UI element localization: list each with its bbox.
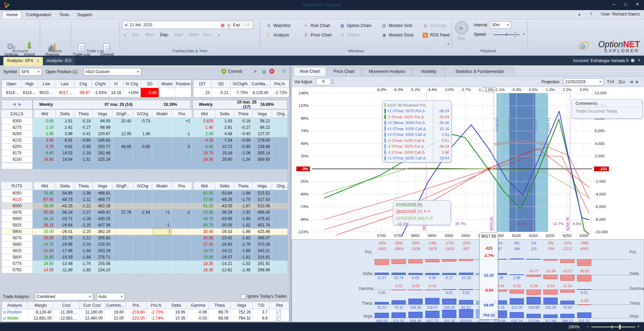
chain-cell[interactable]: 14.80 [34, 156, 56, 163]
quote-value-dit[interactable]: 23 [193, 88, 212, 97]
chain-cell[interactable] [172, 254, 192, 261]
quote-value-model[interactable] [159, 88, 175, 97]
live-label[interactable]: LIVE [242, 23, 251, 27]
chain-cell[interactable]: 316.81 [252, 254, 272, 261]
strike-cell[interactable]: 5925 [1, 222, 33, 229]
ta-cell-pnl[interactable]: -219.60 [126, 309, 147, 315]
chain-cell[interactable]: 369.93 [252, 156, 272, 163]
chain-cell[interactable]: 329.32 [93, 241, 112, 248]
strike-cell[interactable]: 6200 [1, 144, 33, 150]
chain-cell[interactable] [172, 222, 192, 229]
chain-cell[interactable] [152, 197, 172, 203]
chain-cell[interactable] [112, 235, 133, 241]
chain-cell[interactable]: -1.66 [234, 190, 252, 197]
chain-cell[interactable] [172, 124, 192, 131]
menu-tab-support[interactable]: Support [73, 11, 96, 19]
strike-cell[interactable]: 5875 [1, 235, 33, 241]
chain-cell[interactable]: 16.30 [194, 267, 215, 273]
chain-cell[interactable] [272, 216, 289, 222]
chain-cell[interactable] [112, 156, 133, 163]
chain-cell[interactable]: 4.15 [194, 137, 215, 144]
chain-cell[interactable]: -1.69 [234, 248, 252, 254]
menu-tab-configuration[interactable]: Configuration [22, 11, 55, 19]
window-button-price-chart[interactable]: ⫼Price Chart [303, 31, 332, 39]
ta-cell-commis[interactable]: 21.00 [105, 315, 126, 321]
chain-cell[interactable]: -0.41 [75, 131, 93, 137]
chain-cell[interactable]: -18.22 [215, 248, 234, 254]
chain-cell[interactable]: -0.60 [75, 137, 93, 144]
chain-cell[interactable]: -1.87 [234, 203, 252, 209]
chain-cell[interactable]: -17.46 [56, 248, 75, 254]
chain-cell[interactable] [112, 190, 133, 197]
panel-tab-movement-analysis[interactable]: Movement Analysis [362, 67, 411, 76]
chain-cell[interactable]: 58.22 [252, 118, 272, 124]
time-step-Dayminus[interactable]: Day- [160, 32, 169, 37]
chain-cell[interactable]: 291.92 [252, 261, 272, 267]
strike-cell[interactable]: 6025 [1, 197, 33, 203]
chain-cell[interactable] [272, 137, 289, 144]
next-expiry-icon[interactable]: ▶ [19, 102, 22, 107]
chain-cell[interactable]: -38.24 [56, 209, 75, 216]
chain-cell[interactable]: 0.825 [194, 118, 215, 124]
menu-tab-home[interactable]: Home [2, 11, 22, 19]
time-step-Dayplus[interactable]: Day+ [174, 32, 184, 37]
chain-cell[interactable]: 24.75 [34, 241, 56, 248]
chain-cell[interactable]: 325.24 [93, 156, 112, 163]
chain-cell[interactable]: -1.93 [234, 216, 252, 222]
chain-cell[interactable] [133, 150, 152, 156]
chain-cell[interactable] [172, 235, 192, 241]
zoom-out-icon[interactable]: − [587, 324, 589, 329]
chain-cell[interactable]: -15.33 [56, 254, 75, 261]
zoom-in-icon[interactable]: + [637, 324, 640, 329]
chain-cell[interactable] [272, 190, 289, 197]
chain-cell[interactable] [172, 203, 192, 209]
chain-cell[interactable]: 20.80 [194, 254, 215, 261]
gear-icon[interactable]: ⚙ [281, 68, 286, 74]
chain-cell[interactable]: 14.55 [34, 267, 56, 273]
projection-next-icon[interactable]: ▶ [636, 80, 639, 84]
ta-cell-delta[interactable]: 10.35 [166, 315, 187, 321]
chain-cell[interactable]: 66.99 [93, 124, 112, 131]
ignore-trades-checkbox[interactable]: Ignore Today's Trades [241, 294, 287, 299]
chain-cell[interactable] [172, 137, 192, 144]
quote-value-last[interactable]: 6017.... [55, 88, 75, 97]
chain-cell[interactable]: 2.45 [194, 131, 215, 137]
chain-cell[interactable]: 178.83 [252, 137, 272, 144]
chain-cell[interactable]: 12.95 [112, 131, 133, 137]
window-button-analysis[interactable]: ΣAnalysis [266, 31, 289, 39]
account-dropdown-icon[interactable]: ▼ [638, 59, 641, 62]
plot-checkbox-icon[interactable]: ✓ [276, 310, 281, 314]
strike-cell[interactable]: 5850 [1, 241, 33, 248]
puts-row-5750[interactable]: 575014.55-11.89-1.65234.1016.30-12.61-1.… [1, 267, 288, 273]
chain-cell[interactable]: -53.84 [215, 190, 234, 197]
chain-cell[interactable] [272, 124, 289, 131]
ta-cell-td[interactable]: 3.7 [253, 309, 270, 315]
speed-plus-icon[interactable]: + [522, 32, 525, 36]
chain-cell[interactable]: 38.15 [34, 222, 56, 229]
chain-cell[interactable] [272, 229, 289, 235]
chain-cell[interactable] [152, 261, 172, 267]
strike-cell[interactable]: 6225 [1, 137, 33, 144]
quote-value-iv[interactable]: 14.16 [109, 88, 123, 97]
ta-cell-theta[interactable]: 69.70 [209, 309, 231, 315]
puts-row-6050[interactable]: 605078.45-54.65-1.96466.8181.00-53.84-1.… [1, 190, 288, 197]
chain-cell[interactable]: +1 [152, 209, 172, 216]
chain-cell[interactable]: 1.95 [34, 131, 56, 137]
chain-cell[interactable]: -1.92 [234, 209, 252, 216]
calls-row-6225[interactable]: 62253.406.31-0.60145.914.157.24-0.58178.… [1, 137, 288, 144]
chain-cell[interactable]: -1.34 [234, 156, 252, 163]
chain-cell[interactable] [112, 203, 133, 209]
chain-cell[interactable]: 78.45 [34, 190, 56, 197]
chain-cell[interactable] [112, 229, 133, 235]
chain-cell[interactable]: 305.14 [252, 150, 272, 156]
chain-cell[interactable]: 9.40 [34, 150, 56, 156]
ta-cell-theta[interactable]: 68.08 [209, 315, 231, 321]
strike-cell[interactable]: 6000 [1, 203, 33, 209]
chain-cell[interactable] [152, 124, 172, 131]
strike-cell[interactable]: 5950 [1, 216, 33, 222]
close-tab-icon[interactable]: ✕ [36, 59, 39, 63]
chain-cell[interactable] [272, 261, 289, 267]
chain-cell[interactable]: 475.42 [252, 216, 272, 222]
chain-cell[interactable]: 382.19 [93, 229, 112, 235]
chain-cell[interactable]: -2.22 [75, 203, 93, 209]
